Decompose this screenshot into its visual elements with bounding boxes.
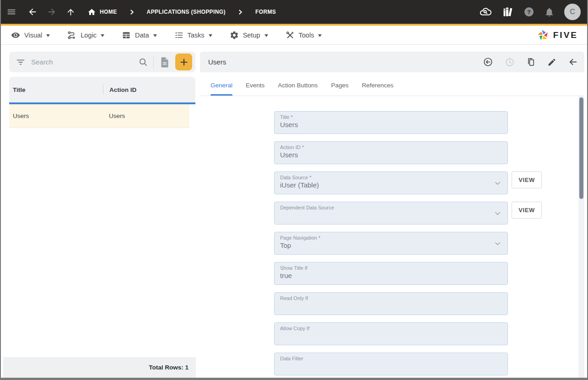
record-header-icons	[483, 57, 578, 67]
breadcrumb-chevron-icon	[238, 9, 243, 15]
forward-button[interactable]	[47, 7, 57, 17]
bell-icon	[544, 7, 555, 17]
books-icon	[502, 6, 514, 18]
field-title[interactable]: Title *Users	[274, 111, 508, 134]
field-value: Top	[280, 241, 487, 249]
tab-references[interactable]: References	[362, 82, 394, 96]
add-button[interactable]	[175, 54, 192, 70]
field-show-title-if[interactable]: Show Title Iftrue	[274, 262, 508, 285]
field-action-id[interactable]: Action ID *Users	[274, 141, 508, 164]
breadcrumb-chevron-icon	[129, 9, 135, 15]
edit-button[interactable]	[547, 58, 556, 67]
table-row[interactable]: UsersUsers	[9, 104, 189, 128]
view-button[interactable]: VIEW	[512, 171, 542, 188]
scrollbar-thumb[interactable]	[579, 97, 583, 199]
clock-icon	[505, 57, 515, 67]
preview-button[interactable]	[479, 5, 492, 18]
cloud-search-icon	[479, 5, 492, 18]
menu-item-setup[interactable]: Setup	[230, 31, 268, 40]
up-button[interactable]	[66, 7, 76, 17]
document-icon	[159, 56, 171, 68]
chevron-down-icon[interactable]	[493, 239, 502, 248]
menubar: VisualLogicDataTasksSetupTools FIVE	[1, 26, 587, 45]
menu-item-tools[interactable]: Tools	[286, 31, 322, 40]
back-button[interactable]	[27, 7, 38, 17]
dropdown-caret-icon	[101, 34, 104, 37]
form-field-row: Show Title Iftrue	[274, 262, 584, 285]
hamburger-menu-button[interactable]	[6, 7, 16, 17]
revert-button[interactable]	[483, 57, 493, 67]
chevron-down-icon[interactable]	[493, 209, 502, 218]
eye-icon	[11, 31, 20, 40]
field-label: Allow Copy If	[280, 326, 487, 331]
field-value: Users	[280, 151, 487, 159]
navbar-left-group: HOMEAPPLICATIONS (SHOPPING)FORMS	[6, 7, 276, 17]
breadcrumb-item-applications-shopping[interactable]: APPLICATIONS (SHOPPING)	[147, 9, 226, 15]
field-read-only-if[interactable]: Read Only If	[274, 292, 508, 315]
pencil-icon	[547, 58, 556, 67]
breadcrumb-label: HOME	[100, 9, 117, 15]
navbar-right-group: ? C	[479, 4, 581, 20]
document-button[interactable]	[158, 55, 172, 69]
search-icon[interactable]	[138, 57, 149, 68]
tab-pages[interactable]: Pages	[331, 82, 348, 96]
menu-item-logic[interactable]: Logic	[67, 31, 104, 40]
field-data-source[interactable]: Data Source *iUser (Table)	[274, 171, 508, 194]
copy-icon	[526, 57, 536, 67]
field-dependent-data-source[interactable]: Dependent Data Source	[274, 202, 508, 225]
dropdown-caret-icon	[153, 34, 157, 37]
filter-icon[interactable]	[16, 57, 26, 67]
cell-action-id: Users	[103, 112, 125, 119]
form-field-row: Data Filter	[274, 353, 584, 375]
chevron-down-icon[interactable]	[493, 179, 502, 187]
tab-action-buttons[interactable]: Action Buttons	[278, 82, 318, 96]
field-label: Page Navigation *	[280, 235, 487, 241]
collapse-panel-button[interactable]	[568, 57, 578, 67]
column-header-action-id[interactable]: Action ID	[103, 86, 136, 93]
undo-circle-icon	[483, 57, 493, 67]
table-header: Title Action ID	[9, 77, 195, 102]
page-title: Users	[208, 58, 483, 66]
main-content: Title Action ID UsersUsers Total Rows: 1…	[1, 45, 587, 378]
view-button[interactable]: VIEW	[512, 202, 542, 219]
form-field-row: Page Navigation *Top	[274, 232, 584, 255]
record-tabs: GeneralEventsAction ButtonsPagesReferenc…	[200, 72, 584, 96]
hamburger-icon	[6, 7, 16, 17]
breadcrumb-item-home[interactable]: HOME	[87, 8, 117, 16]
field-data-filter[interactable]: Data Filter	[274, 353, 508, 375]
notifications-button[interactable]	[544, 7, 555, 17]
menu-item-label: Tools	[299, 32, 314, 39]
form-field-row: Read Only If	[274, 292, 584, 315]
table-rows: UsersUsers	[9, 104, 195, 357]
column-header-title[interactable]: Title	[9, 86, 103, 93]
cell-title: Users	[9, 112, 103, 119]
scrollbar[interactable]	[578, 96, 584, 378]
menu-item-data[interactable]: Data	[122, 31, 157, 40]
field-label: Action ID *	[280, 145, 487, 150]
home-icon	[87, 8, 96, 16]
history-button[interactable]	[505, 57, 515, 67]
dropdown-caret-icon	[209, 34, 212, 37]
tools-icon	[286, 31, 295, 40]
form-field-row: Action ID *Users	[274, 141, 584, 164]
menu-item-label: Logic	[81, 32, 97, 39]
documentation-button[interactable]	[502, 6, 514, 18]
menu-item-visual[interactable]: Visual	[11, 31, 50, 40]
menu-item-tasks[interactable]: Tasks	[174, 31, 212, 40]
help-button[interactable]: ?	[523, 6, 534, 17]
breadcrumb-item-forms[interactable]: FORMS	[255, 9, 276, 15]
field-label: Data Source *	[280, 175, 487, 180]
toolbar-divider	[153, 56, 154, 68]
forms-list-table: Title Action ID UsersUsers	[9, 77, 195, 357]
field-allow-copy-if[interactable]: Allow Copy If	[274, 322, 508, 345]
arrow-left-icon	[568, 57, 578, 67]
copy-button[interactable]	[526, 57, 536, 67]
menu-item-label: Tasks	[188, 32, 205, 39]
tab-general[interactable]: General	[210, 82, 232, 96]
form-field-row: Dependent Data SourceVIEW	[274, 202, 584, 225]
field-page-navigation[interactable]: Page Navigation *Top	[274, 232, 508, 255]
arrow-right-icon	[47, 7, 57, 17]
tab-events[interactable]: Events	[246, 82, 264, 96]
search-input[interactable]	[31, 58, 138, 66]
avatar[interactable]: C	[564, 4, 581, 20]
